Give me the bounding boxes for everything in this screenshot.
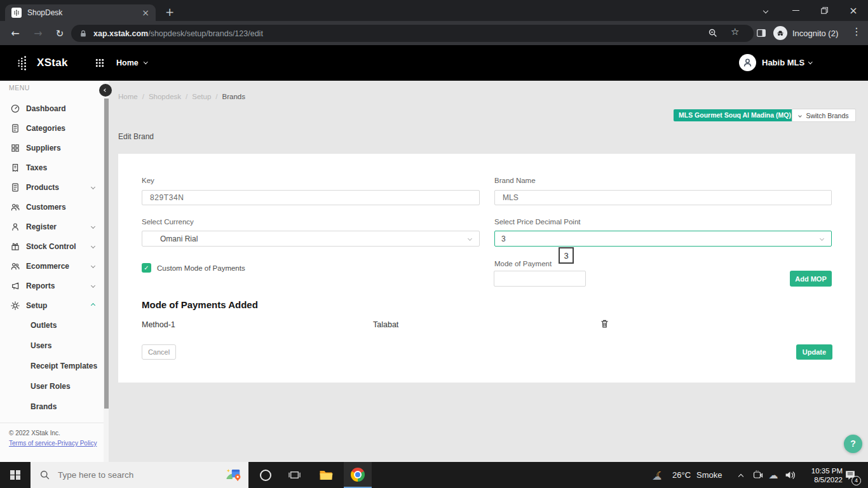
update-button[interactable]: Update <box>796 344 832 360</box>
chevron-left-icon <box>104 88 107 92</box>
url-host: xap.xstak.com <box>93 29 148 38</box>
mode-of-payment-input[interactable] <box>494 271 586 287</box>
app-header: XStak Home Habib MLS <box>0 45 868 81</box>
browser-tab-strip: ShopDesk × + × <box>0 0 868 21</box>
taxes-icon <box>10 163 20 173</box>
tab-close-icon[interactable]: × <box>142 8 149 17</box>
breadcrumb-shopdesk[interactable]: Shopdesk <box>149 93 192 100</box>
side-panel-icon[interactable] <box>756 28 766 38</box>
window-close-button[interactable]: × <box>840 0 867 21</box>
nav-home[interactable]: Home <box>116 58 147 67</box>
sidebar-item-taxes[interactable]: Taxes <box>0 158 104 177</box>
chevron-down-icon <box>91 264 95 268</box>
sidebar-collapse-button[interactable] <box>99 84 112 97</box>
browser-menu-icon[interactable]: ⋮ <box>851 25 862 37</box>
tray-expand-chevron-icon[interactable] <box>732 462 750 488</box>
cortana-button[interactable] <box>253 462 278 488</box>
taskbar-clock[interactable]: 10:35 PM 8/5/2022 <box>798 462 843 488</box>
chevron-up-icon <box>91 303 95 308</box>
start-button[interactable] <box>0 462 31 488</box>
search-icon <box>39 470 50 480</box>
tab-search-chevron-icon[interactable] <box>752 0 779 21</box>
onedrive-icon[interactable]: ☁ <box>764 462 782 488</box>
mop-row-name: Method-1 <box>142 320 175 329</box>
sidebar-subitem-outlets[interactable]: Outlets <box>0 315 104 336</box>
add-mop-button[interactable]: Add MOP <box>790 271 832 287</box>
cancel-button[interactable]: Cancel <box>142 344 176 360</box>
mop-row-value: Talabat <box>373 320 398 329</box>
switch-brands-button[interactable]: Switch Brands <box>792 109 856 122</box>
xstak-logo[interactable]: XStak <box>17 54 68 72</box>
xstak-logo-mark <box>17 54 33 72</box>
decimal-point-select[interactable]: 3 <box>494 231 832 247</box>
window-restore-button[interactable] <box>811 0 837 21</box>
sidebar-scrollbar-thumb[interactable] <box>104 98 109 409</box>
windows-logo-icon <box>10 470 20 480</box>
reload-button[interactable]: ↻ <box>52 26 67 41</box>
weather-text[interactable]: 26°C Smoke <box>672 462 722 488</box>
sidebar-item-customers[interactable]: Customers <box>0 197 104 217</box>
sidebar-item-ecommerce[interactable]: Ecommerce <box>0 256 104 276</box>
volume-icon[interactable] <box>780 462 799 488</box>
weather-icon[interactable]: ☾☁ <box>649 462 671 488</box>
sidebar-subitem-user-roles[interactable]: User Roles <box>0 376 104 396</box>
screen: ShopDesk × + × ← → ↻ xap.xstak.com/shopd… <box>0 0 868 488</box>
breadcrumb-home[interactable]: Home <box>118 93 149 100</box>
chrome-taskbar-button[interactable] <box>344 462 372 488</box>
terms-link[interactable]: Terms of service <box>9 440 57 447</box>
search-highlights-icon[interactable] <box>226 467 242 482</box>
bookmark-star-icon[interactable]: ☆ <box>731 26 739 37</box>
brand-name-input[interactable] <box>494 190 832 205</box>
back-button[interactable]: ← <box>8 26 23 41</box>
brand-name-label: Brand Name <box>494 177 536 184</box>
sidebar-subitem-users[interactable]: Users <box>0 336 104 356</box>
browser-tab[interactable]: ShopDesk × <box>5 4 156 21</box>
new-tab-button[interactable]: + <box>162 5 177 20</box>
task-view-button[interactable] <box>281 462 307 488</box>
switch-brands-label: Switch Brands <box>806 112 848 119</box>
key-input[interactable] <box>142 190 480 205</box>
breadcrumb-brands: Brands <box>222 93 245 100</box>
sidebar-subitem-brands[interactable]: Brands <box>0 396 104 417</box>
window-minimize-button[interactable] <box>782 0 809 21</box>
sidebar-item-dashboard[interactable]: Dashboard <box>0 98 104 118</box>
browser-toolbar: ← → ↻ xap.xstak.com/shopdesk/setup/brand… <box>0 21 868 45</box>
user-menu[interactable]: Habib MLS <box>739 54 812 71</box>
taskbar: ☾☁ 26°C Smoke ☁ 10:35 PM 8/5/2022 <box>0 462 868 488</box>
zoom-out-icon[interactable] <box>708 28 718 38</box>
mode-of-payment-label: Mode of Payment <box>494 260 552 268</box>
tab-title: ShopDesk <box>27 8 142 17</box>
incognito-badge: Incognito (2) <box>773 26 838 40</box>
taskbar-search[interactable] <box>31 462 248 488</box>
privacy-link[interactable]: Privacy Policy <box>57 440 97 447</box>
currency-select[interactable]: Omani Rial <box>142 231 480 247</box>
apps-grid-icon[interactable] <box>95 58 104 67</box>
sidebar-item-suppliers[interactable]: Suppliers <box>0 138 104 158</box>
sidebar-item-products[interactable]: Products <box>0 177 104 197</box>
user-name: Habib MLS <box>762 58 804 67</box>
logo-text: XStak <box>37 57 68 69</box>
breadcrumb-setup[interactable]: Setup <box>192 93 222 100</box>
file-explorer-button[interactable] <box>313 462 339 488</box>
forward-button[interactable]: → <box>31 26 46 41</box>
sidebar-item-categories[interactable]: Categories <box>0 118 104 138</box>
sidebar-item-stock-control[interactable]: Stock Control <box>0 236 104 256</box>
categories-icon <box>10 123 20 133</box>
meet-now-icon[interactable] <box>749 462 766 488</box>
chevron-down-icon <box>468 236 472 241</box>
search-input[interactable] <box>58 470 198 480</box>
sidebar-item-setup[interactable]: Setup <box>0 295 104 315</box>
sidebar-item-register[interactable]: Register <box>0 217 104 236</box>
dashboard-icon <box>10 104 20 114</box>
help-button[interactable]: ? <box>844 435 862 453</box>
address-bar[interactable]: xap.xstak.com/shopdesk/setup/brands/123/… <box>71 25 754 42</box>
delete-mop-icon[interactable] <box>599 318 610 329</box>
sidebar-subitem-receipt-templates[interactable]: Receipt Templates <box>0 356 104 376</box>
incognito-icon <box>773 26 787 40</box>
cortana-icon <box>260 470 271 481</box>
custom-mop-checkbox[interactable]: ✓ <box>142 263 151 273</box>
sidebar-item-reports[interactable]: Reports <box>0 276 104 295</box>
decimal-point-value: 3 <box>501 234 506 243</box>
reports-icon <box>10 281 20 291</box>
chevron-down-icon <box>799 114 803 118</box>
